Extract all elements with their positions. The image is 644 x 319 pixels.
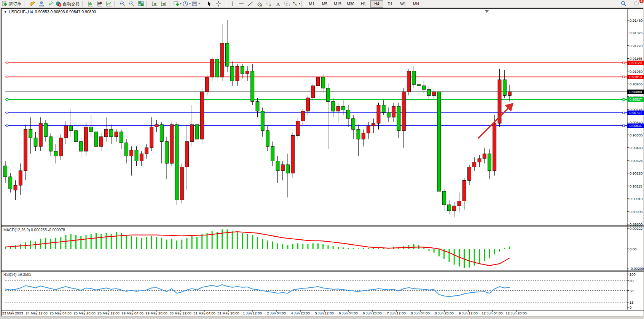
new-order-icon <box>2 1 8 7</box>
new-order-button[interactable]: 新订单 <box>1 0 23 8</box>
price-axis-label: 0.90220 <box>630 171 642 175</box>
crosshair-button[interactable] <box>214 0 223 8</box>
price-axis-label: 0.90325 <box>630 158 642 162</box>
trendline-button[interactable] <box>246 0 255 8</box>
equidistant-channel-button[interactable]: E <box>255 0 264 8</box>
zoom-in-icon <box>120 1 126 7</box>
cursor-icon <box>206 1 213 7</box>
notifications-button[interactable]: 1 <box>632 0 641 8</box>
mt4-terminal: { "toolbar": { "buttons": [ {"icon":"new… <box>0 0 644 319</box>
time-axis-label: 29 May 20:00 <box>145 311 167 315</box>
rsi-axis-label: 15 <box>630 300 634 304</box>
time-axis-label: 26 May 12:00 <box>97 311 120 315</box>
new-order-label: 新订单 <box>8 1 23 7</box>
text-label-icon: T <box>284 1 290 7</box>
signal-button[interactable] <box>46 0 55 8</box>
bar-chart-button[interactable] <box>86 0 95 8</box>
level-price-tag[interactable]: 0.91129 <box>627 61 644 65</box>
window-bottom-edge <box>0 316 644 319</box>
timeframe-button-m1[interactable]: M1 <box>306 1 318 7</box>
svg-text:F: F <box>269 4 271 7</box>
chevron-down-icon[interactable]: ▾ <box>299 2 300 5</box>
text-label-button[interactable]: T <box>282 0 292 8</box>
vertical-line-icon <box>229 1 236 7</box>
bar-chart-icon <box>88 1 94 7</box>
fibonacci-button[interactable]: F <box>264 0 273 8</box>
time-axis-label: 9 Jun 12:00 <box>459 311 478 315</box>
price-axis-label: 0.90115 <box>630 184 642 188</box>
new-chart-button[interactable]: ▾ <box>173 0 182 8</box>
timeframe-button-m15[interactable]: M15 <box>332 1 344 7</box>
timeframe-button-d1[interactable]: D1 <box>384 1 396 7</box>
crayon-button[interactable] <box>28 0 37 8</box>
candlestick-chart-button[interactable] <box>95 0 104 8</box>
text-button[interactable]: A <box>273 0 282 8</box>
timeframe-button-h1[interactable]: H1 <box>357 1 370 7</box>
time-axis-label: 12 Jun 20:00 <box>506 311 527 315</box>
rsi-indicator <box>5 281 627 302</box>
price-axis-label: 0.89905 <box>630 209 642 213</box>
auto-scroll-button[interactable] <box>150 0 159 8</box>
trendline-icon <box>247 1 254 7</box>
arrows-button[interactable]: ▾ <box>292 0 301 8</box>
vertical-line-button[interactable] <box>228 0 237 8</box>
toolbar-separator <box>82 1 85 7</box>
price-axis-label: 0.90955 <box>630 82 642 86</box>
rsi-axis-label: 50 <box>630 289 634 293</box>
time-axis-label: 6 Jun 20:00 <box>363 311 382 315</box>
chart-window: ▼ USDCHF-,H4 0.90853 0.90893 0.90847 0.9… <box>1 8 643 316</box>
time-axis-label: 25 May 04:00 <box>49 311 72 315</box>
price-axis-label: 0.91480 <box>630 18 642 22</box>
search-button[interactable] <box>619 0 628 8</box>
price-axis-label: 0.91270 <box>630 43 642 48</box>
main-toolbar: 新订单自动交易▾▾▾EFAT▾M1M5M15M30H1H4D1W1MN1 <box>0 0 644 8</box>
timeframe-button-w1[interactable]: W1 <box>397 1 409 7</box>
timeframe-button-h4[interactable]: H4 <box>370 0 383 8</box>
macd-axis-label: 0.00222 <box>630 226 642 231</box>
horizontal-level-lines[interactable] <box>5 62 627 127</box>
profile-button[interactable] <box>37 0 46 8</box>
time-axis-label: 12 Jun 04:00 <box>482 311 503 315</box>
horizontal-line-button[interactable] <box>237 0 246 8</box>
autotrade-button[interactable]: 自动交易 <box>55 0 81 8</box>
zoom-out-button[interactable] <box>127 0 136 8</box>
time-axis-label: 7 Jun 12:00 <box>387 311 406 315</box>
macd-axis-label: 0.00 <box>630 247 637 251</box>
chat-icon <box>633 1 640 7</box>
chevron-down-icon[interactable]: ▾ <box>198 2 200 5</box>
line-chart-button[interactable] <box>104 0 113 8</box>
level-price-tag[interactable]: 0.90717 <box>627 111 644 115</box>
cursor-button[interactable] <box>205 0 214 8</box>
timeframe-button-m5[interactable]: M5 <box>319 1 331 7</box>
timeframe-button-m30[interactable]: M30 <box>344 1 357 7</box>
chart-shift-marker[interactable] <box>485 10 489 13</box>
zoom-in-button[interactable] <box>118 0 127 8</box>
time-axis-label: 1 Jun 12:00 <box>243 311 262 315</box>
tile-windows-button[interactable] <box>136 0 145 8</box>
period-button[interactable]: ▾ <box>182 0 191 8</box>
price-axis-label: 0.90430 <box>630 146 642 150</box>
time-axis-label: 4 Jun 23:00 <box>291 311 310 315</box>
level-price-tag[interactable]: 0.90611 <box>627 123 644 128</box>
price-axis-label: 0.90010 <box>630 197 642 201</box>
chart-shift-button[interactable] <box>159 0 168 8</box>
crayon-icon <box>29 1 36 7</box>
level-price-tag[interactable]: 0.90827 <box>627 97 644 102</box>
time-axis-label: 5 Jun 12:00 <box>315 311 334 315</box>
svg-text:E: E <box>260 4 262 7</box>
price-axis-label: 0.91165 <box>630 56 642 61</box>
chevron-down-icon[interactable]: ▾ <box>180 2 182 5</box>
timeframe-button-mn[interactable]: MN <box>410 1 422 7</box>
horizontal-line-icon <box>238 1 245 7</box>
profile-icon <box>38 1 45 7</box>
chevron-down-icon[interactable]: ▾ <box>189 2 191 5</box>
line-chart-icon <box>106 1 112 7</box>
template-button[interactable]: ▾ <box>191 0 200 8</box>
time-axis-label: 24 May 12:00 <box>26 311 48 315</box>
toolbar-separator <box>24 1 27 7</box>
time-axis-label: 29 May 04:00 <box>121 311 143 315</box>
tile-windows-icon <box>138 1 144 7</box>
notification-badge: 1 <box>639 0 644 3</box>
level-price-tag[interactable]: 0.91013 <box>627 75 644 79</box>
price-axis-label: 0.89800 <box>630 222 642 226</box>
